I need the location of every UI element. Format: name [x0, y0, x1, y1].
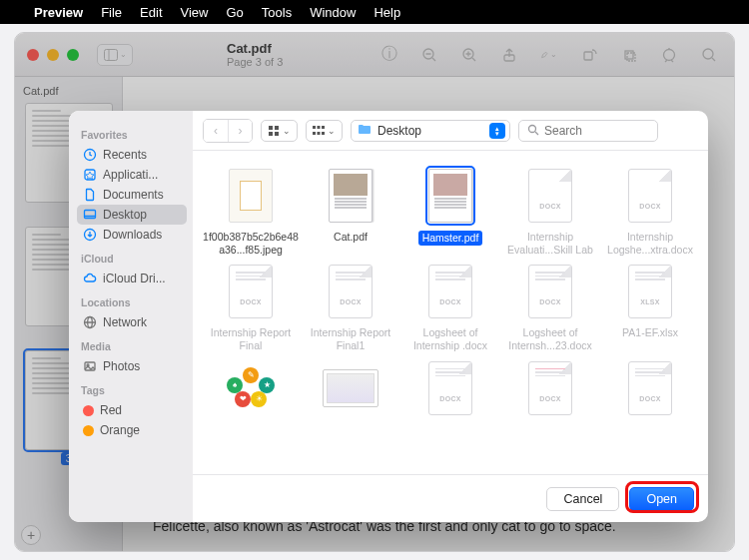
folder-icon — [358, 123, 372, 138]
docx-icon: DOCX — [229, 265, 273, 318]
file-item-disabled: DOCX — [500, 357, 600, 427]
menu-window[interactable]: Window — [310, 5, 356, 20]
menu-tools[interactable]: Tools — [262, 5, 292, 20]
file-item-disabled: DOCX Internship Logshe...xtra.docx — [600, 165, 700, 261]
open-button[interactable]: Open — [629, 487, 694, 511]
menu-file[interactable]: File — [101, 5, 122, 20]
desktop-icon — [83, 208, 97, 222]
svg-rect-32 — [322, 126, 325, 129]
file-item[interactable]: Cat.pdf — [301, 165, 400, 261]
location-label: Desktop — [377, 124, 421, 138]
location-popup[interactable]: Desktop ▴▾ — [351, 120, 510, 142]
menubar-app[interactable]: Preview — [34, 5, 83, 20]
menu-view[interactable]: View — [181, 5, 209, 20]
file-item-disabled: DOCXLogsheet of Internsh...23.docx — [500, 261, 600, 356]
file-item-disabled: DOCX — [600, 357, 700, 427]
sidebar-item-icloud-drive[interactable]: iCloud Dri... — [77, 269, 187, 288]
svg-line-37 — [535, 132, 538, 135]
svg-rect-27 — [275, 126, 279, 130]
sidebar-item-network[interactable]: Network — [77, 312, 187, 332]
svg-rect-29 — [275, 132, 279, 136]
file-item[interactable] — [301, 357, 400, 427]
download-icon — [83, 228, 97, 242]
xlsx-icon: XLSX — [628, 265, 672, 318]
docx-icon: DOCX — [628, 361, 672, 415]
cancel-button[interactable]: Cancel — [546, 487, 619, 511]
search-input[interactable] — [544, 124, 649, 138]
sidebar-item-downloads[interactable]: Downloads — [77, 225, 187, 245]
sidebar-item-photos[interactable]: Photos — [77, 356, 187, 376]
svg-rect-26 — [269, 126, 273, 130]
svg-rect-34 — [318, 132, 321, 135]
file-item-disabled: DOCXInternship Report Final1 — [301, 261, 400, 356]
sidebar-group-locations: Locations — [81, 296, 183, 308]
red-tag-icon — [83, 405, 94, 416]
file-item-disabled: DOCX Internship Evaluati...Skill Lab — [500, 165, 600, 261]
docx-icon: DOCX — [628, 169, 672, 223]
jpeg-thumbnail-icon — [229, 169, 273, 223]
sidebar-tag-orange[interactable]: Orange — [77, 420, 187, 440]
updown-arrows-icon: ▴▾ — [489, 123, 505, 139]
menu-help[interactable]: Help — [374, 5, 400, 20]
svg-rect-35 — [322, 132, 325, 135]
docx-icon: DOCX — [528, 361, 572, 415]
docx-icon: DOCX — [428, 361, 472, 415]
network-icon — [83, 315, 97, 329]
forward-button[interactable]: › — [228, 120, 252, 142]
nav-back-forward: ‹ › — [203, 119, 253, 143]
preview-window: ⌄ Cat.pdf Page 3 of 3 ⓘ ⌄ Cat.pdf — [14, 32, 735, 552]
menu-edit[interactable]: Edit — [140, 5, 162, 20]
file-item[interactable]: ✎ ♠ ❤ ★ ☀ — [201, 357, 301, 427]
file-item[interactable]: 1f00b387b5c2b6e48a36...f85.jpeg — [201, 165, 301, 261]
sidebar-group-icloud: iCloud — [81, 253, 183, 265]
file-browser-grid: 1f00b387b5c2b6e48a36...f85.jpeg Cat.pdf … — [193, 151, 708, 474]
file-item-selected[interactable]: Hamster.pdf — [400, 165, 500, 261]
dialog-sidebar: Favorites Recents Applicati... Documents… — [69, 111, 193, 522]
app-icon — [83, 168, 97, 182]
search-field[interactable] — [518, 120, 658, 142]
docx-icon: DOCX — [428, 265, 472, 318]
file-item-disabled: XLSXPA1-EF.xlsx — [600, 261, 700, 356]
svg-rect-31 — [318, 126, 321, 129]
sidebar-tag-red[interactable]: Red — [77, 400, 187, 420]
svg-rect-18 — [85, 211, 96, 219]
sidebar-group-favorites: Favorites — [81, 129, 183, 141]
screenshot-thumbnail-icon — [323, 369, 378, 407]
cloud-icon — [83, 272, 97, 285]
chevron-down-icon: ⌄ — [328, 126, 336, 136]
sidebar-item-desktop[interactable]: Desktop — [77, 205, 187, 225]
clock-icon — [83, 148, 97, 162]
sidebar-item-documents[interactable]: Documents — [77, 185, 187, 205]
open-file-dialog: Favorites Recents Applicati... Documents… — [69, 111, 708, 522]
svg-rect-28 — [269, 132, 273, 136]
docx-icon: DOCX — [528, 169, 572, 223]
graphic-thumbnail-icon: ✎ ♠ ❤ ★ ☀ — [227, 367, 275, 409]
search-icon — [527, 122, 539, 140]
svg-rect-33 — [313, 132, 316, 135]
sidebar-item-applications[interactable]: Applicati... — [77, 165, 187, 185]
menu-go[interactable]: Go — [226, 5, 243, 20]
sidebar-group-media: Media — [81, 340, 183, 352]
svg-rect-30 — [313, 126, 316, 129]
menubar: Preview File Edit View Go Tools Window H… — [0, 0, 749, 24]
file-item-disabled: DOCXInternship Report Final — [201, 261, 301, 356]
view-icons-button[interactable]: ⌄ — [261, 120, 298, 142]
photos-icon — [83, 359, 97, 373]
file-item-disabled: DOCXLogsheet of Internship .docx — [400, 261, 500, 356]
pdf-thumbnail-icon — [428, 169, 472, 223]
chevron-down-icon: ⌄ — [283, 126, 291, 136]
docx-icon: DOCX — [329, 265, 373, 318]
dialog-footer: Cancel Open — [193, 474, 708, 522]
svg-point-36 — [529, 125, 536, 132]
back-button[interactable]: ‹ — [204, 120, 228, 142]
sidebar-group-tags: Tags — [81, 384, 183, 396]
pdf-thumbnail-icon — [329, 169, 373, 223]
group-by-button[interactable]: ⌄ — [306, 120, 343, 142]
dialog-toolbar: ‹ › ⌄ ⌄ Desktop ▴▾ — [193, 111, 708, 151]
orange-tag-icon — [83, 425, 94, 436]
docx-icon: DOCX — [528, 265, 572, 318]
doc-icon — [83, 188, 97, 202]
sidebar-item-recents[interactable]: Recents — [77, 145, 187, 165]
file-item-disabled: DOCX — [400, 357, 500, 427]
